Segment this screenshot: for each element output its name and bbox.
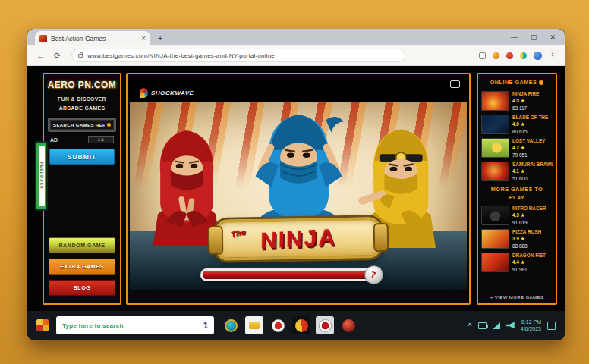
extension-teal-icon[interactable]	[520, 52, 527, 59]
maximize-button[interactable]: ▢	[531, 32, 537, 42]
ad-label: AD	[50, 137, 58, 143]
blog-button[interactable]: BLOG	[49, 280, 115, 296]
loading-bar: 7	[200, 268, 383, 281]
search-input[interactable]: SEARCH GAMES HERE	[50, 120, 114, 130]
notification-center-icon[interactable]	[547, 322, 556, 330]
search-go-icon[interactable]	[107, 123, 111, 127]
tab-strip: Best Action Games × + — ▢ ✕	[27, 29, 565, 46]
taskbar-app-browser-icon[interactable]	[222, 316, 240, 334]
game-list-item[interactable]: BLADE OF THE 4.0 ★ 80 615	[481, 115, 553, 134]
tab-close-icon[interactable]: ×	[141, 34, 146, 42]
browser-toolbar: ← ⟳ www.bestgames.com/NINJA-the-best-gam…	[27, 46, 565, 66]
game-panel: SHOCKWAVE	[126, 73, 471, 305]
taskbar-app-explorer-icon[interactable]	[245, 316, 263, 334]
game-thumbnail	[481, 91, 509, 111]
clock-date: 4/6/2023	[521, 325, 541, 332]
back-button[interactable]: ←	[36, 51, 45, 60]
title-prefix: The	[230, 228, 247, 240]
tray-expand-icon[interactable]: ^	[468, 322, 471, 329]
extensions-icon[interactable]	[479, 52, 486, 59]
ad-row: AD 1:1	[50, 136, 114, 143]
taskbar-search[interactable]: Type here to search 1	[56, 316, 214, 334]
taskbar-clock[interactable]: 8:12 PM 4/6/2023	[521, 318, 541, 333]
studio-name: SHOCKWAVE	[151, 89, 194, 96]
game-thumbnail	[481, 138, 509, 158]
view-more-link[interactable]: + VIEW MORE GAMES	[478, 295, 556, 300]
url-text: www.bestgames.com/NINJA-the-best-games-a…	[87, 52, 275, 59]
extension-red-icon[interactable]	[506, 52, 513, 59]
game-list-item[interactable]: SAMURAI BRAWL 4.1 ★ 51 600	[481, 162, 553, 181]
address-bar[interactable]: www.bestgames.com/NINJA-the-best-games-a…	[71, 49, 405, 62]
search-panel: SEARCH GAMES HERE	[48, 118, 116, 132]
submit-button[interactable]: SUBMIT	[49, 149, 115, 165]
clock-time: 8:12 PM	[521, 318, 541, 325]
game-list-item[interactable]: LOST VALLEY 4.2 ★ 79 051	[481, 138, 553, 158]
battery-icon[interactable]	[478, 322, 487, 329]
game-list-item[interactable]: PIZZA RUSH 3.9 ★ 88 888	[481, 229, 553, 249]
loading-bar-fill	[203, 271, 366, 279]
taskbar-app-media-icon[interactable]	[269, 316, 287, 334]
taskbar-app-active-icon[interactable]	[316, 316, 334, 334]
game-header: SHOCKWAVE	[128, 74, 469, 102]
game-thumbnail	[481, 206, 509, 225]
game-thumbnail	[481, 162, 509, 181]
minimize-button[interactable]: —	[511, 32, 518, 42]
taskbar-app-red-icon[interactable]	[339, 316, 357, 334]
fullscreen-icon[interactable]	[450, 80, 460, 88]
browser-tab[interactable]: Best Action Games ×	[35, 31, 150, 46]
close-button[interactable]: ✕	[550, 32, 556, 42]
window-controls: — ▢ ✕	[511, 32, 556, 42]
game-thumbnail	[481, 115, 509, 134]
right-sidebar: ONLINE GAMES NINJA FIRE 4.5 ★ 63 117 BLA…	[477, 73, 557, 305]
more-games-header: MORE GAMES TO PLAY	[478, 186, 556, 202]
feedback-side-tab[interactable]: FEEDBACK	[35, 141, 48, 211]
ad-value-field[interactable]: 1:1	[88, 136, 114, 143]
taskbar: Type here to search 1 ^ 8:12 PM 4/6/2023	[27, 311, 565, 340]
random-game-button[interactable]: RANDOM GAME	[49, 237, 115, 253]
tab-title: Best Action Games	[51, 35, 137, 42]
game-thumbnail	[481, 229, 509, 249]
browser-menu-icon[interactable]: ⋮	[549, 52, 556, 59]
game-list-item[interactable]: NITRO RACER 4.3 ★ 91 019	[481, 206, 553, 225]
volume-icon[interactable]	[506, 322, 515, 329]
game-title-banner: The NINJA	[216, 217, 382, 261]
desktop-background: Best Action Games × + — ▢ ✕ ← ⟳ www.best…	[0, 0, 589, 364]
studio-flame-icon	[140, 88, 148, 98]
network-icon[interactable]	[493, 322, 500, 329]
lock-icon	[78, 54, 83, 58]
game-splash-screen: The NINJA 7	[130, 102, 467, 290]
taskbar-apps	[222, 316, 357, 334]
studio-logo: SHOCKWAVE	[140, 88, 194, 98]
game-list-item[interactable]: NINJA FIRE 4.5 ★ 63 117	[481, 91, 553, 111]
site-tagline: FUN & DISCOVER ARCADE GAMES	[44, 95, 120, 112]
start-button[interactable]	[36, 319, 49, 331]
tab-favicon	[39, 35, 47, 42]
search-badge: 1	[203, 321, 208, 330]
site-logo: AERO PN.COM	[44, 80, 120, 90]
extension-orange-icon[interactable]	[493, 52, 499, 59]
header-dot-icon	[539, 80, 543, 85]
game-thumbnail	[481, 253, 509, 272]
online-games-header: ONLINE GAMES	[478, 79, 556, 87]
system-tray: ^ 8:12 PM 4/6/2023	[468, 318, 565, 333]
toolbar-extensions: ⋮	[479, 52, 565, 60]
left-sidebar: AERO PN.COM FUN & DISCOVER ARCADE GAMES …	[43, 73, 121, 305]
taskbar-app-game-icon[interactable]	[292, 316, 310, 334]
browser-window: Best Action Games × + — ▢ ✕ ← ⟳ www.best…	[27, 29, 565, 340]
page-content: AERO PN.COM FUN & DISCOVER ARCADE GAMES …	[27, 67, 565, 311]
extra-games-button[interactable]: EXTRA GAMES	[49, 259, 115, 275]
reload-button[interactable]: ⟳	[54, 51, 61, 61]
game-title: NINJA	[260, 224, 336, 254]
new-tab-button[interactable]: +	[158, 33, 162, 42]
profile-avatar[interactable]	[534, 52, 542, 60]
loading-knob-icon: 7	[364, 265, 383, 284]
feedback-strip: FEEDBACK	[39, 146, 45, 206]
game-list-item[interactable]: DRAGON FIST 4.4 ★ 91 981	[481, 253, 553, 272]
